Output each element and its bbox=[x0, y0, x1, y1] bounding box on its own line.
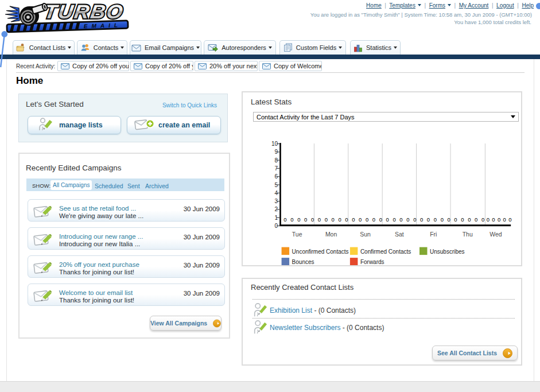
svg-text:Forwards: Forwards bbox=[360, 259, 384, 265]
svg-text:0: 0 bbox=[481, 216, 484, 223]
svg-text:0: 0 bbox=[352, 216, 355, 223]
svg-text:0: 0 bbox=[420, 216, 423, 223]
svg-text:0: 0 bbox=[508, 216, 511, 223]
svg-text:0: 0 bbox=[454, 216, 457, 223]
svg-text:0: 0 bbox=[290, 216, 293, 223]
svg-text:0: 0 bbox=[498, 216, 500, 223]
svg-text:0: 0 bbox=[366, 216, 368, 223]
svg-text:Fri: Fri bbox=[430, 231, 437, 238]
svg-text:0: 0 bbox=[441, 216, 444, 223]
svg-text:0: 0 bbox=[399, 216, 402, 223]
svg-text:0: 0 bbox=[379, 216, 382, 223]
svg-text:Tue: Tue bbox=[292, 231, 302, 238]
svg-text:0: 0 bbox=[434, 216, 437, 223]
svg-text:Unsubscribes: Unsubscribes bbox=[430, 249, 465, 255]
svg-text:0: 0 bbox=[345, 216, 348, 223]
svg-text:0: 0 bbox=[468, 216, 471, 223]
svg-text:0: 0 bbox=[325, 216, 328, 223]
svg-text:EMAIL: EMAIL bbox=[84, 22, 122, 29]
svg-text:0: 0 bbox=[359, 216, 362, 223]
svg-text:0: 0 bbox=[487, 216, 490, 223]
svg-text:0: 0 bbox=[427, 216, 430, 223]
svg-text:Bounces: Bounces bbox=[292, 259, 314, 265]
svg-text:Sun: Sun bbox=[360, 231, 371, 238]
svg-text:0: 0 bbox=[503, 216, 506, 223]
svg-text:Wed: Wed bbox=[490, 231, 502, 238]
svg-text:0: 0 bbox=[406, 216, 409, 223]
svg-text:0: 0 bbox=[311, 216, 314, 223]
svg-text:Sat: Sat bbox=[395, 231, 404, 238]
svg-text:0: 0 bbox=[448, 216, 450, 223]
svg-text:0: 0 bbox=[297, 216, 300, 223]
svg-text:Thu: Thu bbox=[463, 231, 473, 238]
svg-text:0: 0 bbox=[413, 216, 416, 223]
svg-text:0: 0 bbox=[283, 216, 286, 223]
svg-text:0: 0 bbox=[492, 216, 495, 223]
svg-text:Unconfirmed Contacts: Unconfirmed Contacts bbox=[292, 249, 349, 255]
svg-text:Mon: Mon bbox=[325, 231, 337, 238]
svg-text:0: 0 bbox=[386, 216, 389, 223]
svg-text:TURBO: TURBO bbox=[43, 1, 126, 22]
svg-text:0: 0 bbox=[304, 216, 307, 223]
svg-text:0: 0 bbox=[461, 216, 464, 223]
svg-text:0: 0 bbox=[332, 216, 335, 223]
svg-text:0: 0 bbox=[393, 216, 395, 223]
svg-text:0: 0 bbox=[338, 216, 341, 223]
svg-text:0: 0 bbox=[318, 216, 321, 223]
svg-text:0: 0 bbox=[475, 216, 477, 223]
svg-text:0: 0 bbox=[372, 216, 375, 223]
svg-text:Confirmed Contacts: Confirmed Contacts bbox=[360, 249, 411, 255]
